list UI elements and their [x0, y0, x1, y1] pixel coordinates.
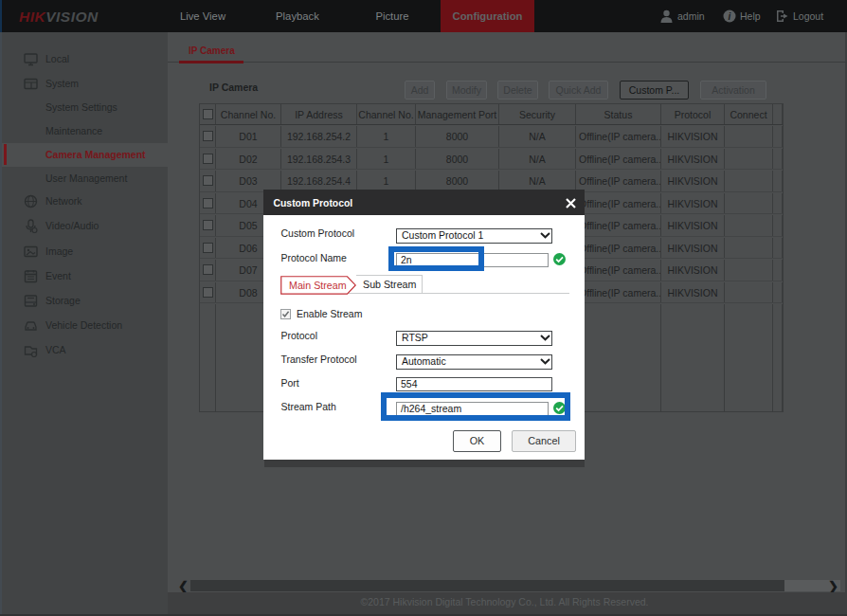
svg-text:i: i	[729, 11, 731, 22]
svg-text:Main Stream: Main Stream	[289, 279, 347, 290]
